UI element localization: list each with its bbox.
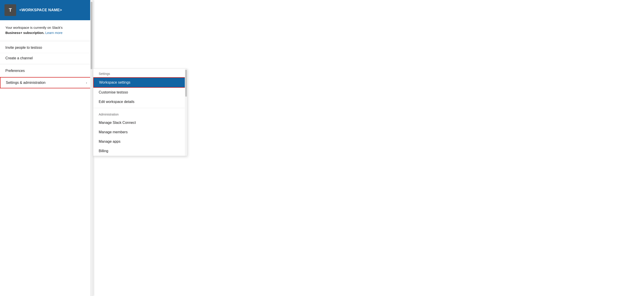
secondary-menu-scrollbar-track[interactable]	[185, 69, 187, 156]
subscription-text-prefix: Your workspace is currently on Slack's	[6, 26, 62, 30]
primary-menu-scrollbar-thumb[interactable]	[90, 2, 92, 69]
primary-menu-scrollbar-track[interactable]	[90, 0, 93, 296]
preferences-item[interactable]: Preferences	[0, 66, 93, 76]
manage-members-item[interactable]: Manage members	[93, 127, 187, 137]
create-channel-item[interactable]: Create a channel	[0, 53, 93, 64]
invite-people-item[interactable]: Invite people to testsso	[0, 43, 93, 53]
subscription-bold-text: Business+ subscription.	[6, 31, 44, 35]
settings-section-header: Settings	[93, 69, 187, 77]
workspace-name: <WORKSPACE NAME>	[19, 8, 62, 12]
settings-admin-label: Settings & administration	[6, 81, 46, 85]
manage-slack-connect-item[interactable]: Manage Slack Connect	[93, 118, 187, 127]
subscription-notice: Your workspace is currently on Slack's B…	[0, 20, 93, 41]
chevron-right-icon: ›	[86, 81, 87, 84]
menu-divider-1	[0, 41, 93, 42]
workspace-avatar: T	[4, 4, 16, 16]
edit-workspace-item[interactable]: Edit workspace details	[93, 97, 187, 106]
primary-menu: T <WORKSPACE NAME> Your workspace is cur…	[0, 0, 93, 296]
manage-apps-item[interactable]: Manage apps	[93, 137, 187, 146]
submenu-divider-1	[93, 108, 187, 108]
administration-section-header: Administration	[93, 109, 187, 118]
customise-item[interactable]: Customise testsso	[93, 88, 187, 97]
learn-more-link[interactable]: Learn more	[45, 31, 62, 35]
workspace-settings-item[interactable]: Workspace settings	[93, 77, 187, 88]
billing-item[interactable]: Billing	[93, 146, 187, 156]
secondary-menu: Settings Workspace settings Customise te…	[93, 69, 187, 156]
settings-admin-item[interactable]: Settings & administration ›	[0, 77, 93, 88]
secondary-menu-scrollbar-thumb[interactable]	[185, 70, 187, 97]
workspace-header[interactable]: T <WORKSPACE NAME>	[0, 0, 93, 20]
